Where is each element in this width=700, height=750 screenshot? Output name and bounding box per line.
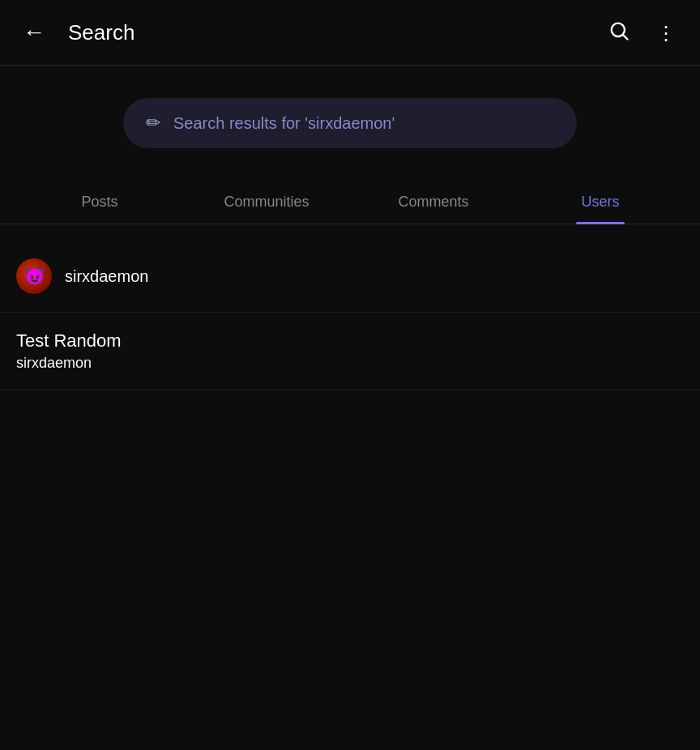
search-button[interactable] (601, 13, 637, 52)
search-icon (608, 19, 630, 42)
avatar-emoji: 😈 (23, 266, 45, 287)
search-pill-text: Search results for 'sirxdaemon' (173, 114, 395, 133)
more-button[interactable]: ⋮ (650, 15, 684, 49)
tab-users[interactable]: Users (517, 181, 684, 224)
avatar: 😈 (16, 258, 52, 294)
svg-point-0 (612, 23, 625, 36)
sub-name-label: sirxdaemon (16, 355, 122, 372)
page-title: Search (68, 20, 134, 45)
user-list: 😈 sirxdaemon Test Random sirxdaemon (0, 241, 700, 390)
display-name-label: Test Random (16, 330, 122, 352)
svg-line-1 (623, 35, 627, 39)
top-bar-right: ⋮ (601, 13, 684, 52)
pencil-icon: ✏ (146, 113, 160, 134)
search-pill-container: ✏ Search results for 'sirxdaemon' (0, 66, 700, 164)
tab-posts[interactable]: Posts (16, 181, 183, 224)
tabs-container: Posts Communities Comments Users (0, 181, 700, 224)
tab-communities[interactable]: Communities (183, 181, 350, 224)
more-dots-icon: ⋮ (656, 22, 677, 44)
back-button[interactable]: ← (16, 15, 52, 50)
username-label: sirxdaemon (65, 267, 148, 286)
search-pill[interactable]: ✏ Search results for 'sirxdaemon' (123, 98, 577, 148)
top-bar: ← Search ⋮ (0, 0, 700, 65)
list-item[interactable]: 😈 sirxdaemon (0, 241, 700, 313)
tab-comments[interactable]: Comments (350, 181, 517, 224)
top-bar-left: ← Search (16, 15, 134, 50)
list-item[interactable]: Test Random sirxdaemon (0, 313, 700, 390)
